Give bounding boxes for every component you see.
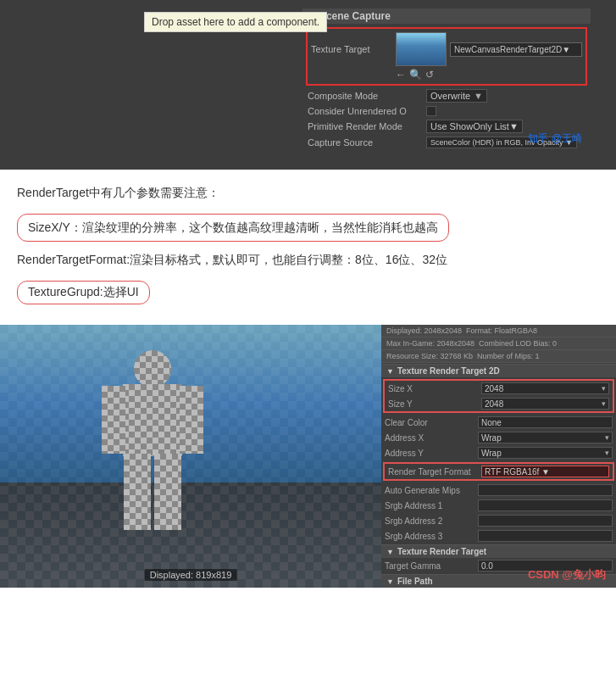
figure-torso <box>123 384 182 456</box>
info-maxingame: Max In-Game: 2048x2048 Combined LOD Bias… <box>386 339 557 348</box>
size-x-label: Size X <box>388 384 481 393</box>
srgb3-label: Srgb Address 3 <box>385 532 478 541</box>
highlight-box-2: TextureGrupd:选择UI <box>17 281 150 304</box>
props-top-bar: Displayed: 2048x2048 Format: FloatRGBA8 <box>381 325 616 337</box>
size-y-row: Size Y 2048 ▾ <box>385 396 613 411</box>
srgb-field[interactable] <box>478 499 613 511</box>
render-target-format-row: Render Target Format RTF RGBA16f ▼ <box>385 464 613 479</box>
consider-unrendered-checkbox[interactable] <box>426 106 436 116</box>
figure-arm-right <box>180 386 203 454</box>
dropdown-arrow-icon: ▼ <box>474 91 483 101</box>
figure-head <box>134 350 171 388</box>
size-y-arrow: ▾ <box>602 399 606 408</box>
primitive-render-mode-label: Primitive Render Mode <box>308 121 426 131</box>
info-resource: Resource Size: 32768 Kb Number of Mips: … <box>386 352 540 360</box>
csdn-watermark: CSDN @兔小昀 <box>528 567 606 583</box>
texture-name-field[interactable]: NewCanvasRenderTarget2D▼ <box>450 42 582 57</box>
capture-source-label: Capture Source <box>308 137 426 148</box>
size-x-row: Size X 2048 ▾ <box>385 381 613 396</box>
composite-mode-label: Composite Mode <box>308 91 426 101</box>
address-y-label: Address Y <box>385 449 478 458</box>
texture-preview <box>396 32 447 66</box>
texture-target-label: Texture Target <box>311 44 396 54</box>
auto-generate-mips-label: Auto Generate Mips <box>385 486 478 495</box>
size-y-field[interactable]: 2048 ▾ <box>481 398 609 410</box>
highlight1-text: SizeX/Y：渲染纹理的分辨率，这个数值越高纹理越清晰，当然性能消耗也越高 <box>28 220 438 234</box>
human-figure <box>102 350 203 554</box>
props-scroll-area[interactable]: Texture Render Target 2D Size X 2048 ▾ S… <box>381 363 616 588</box>
srgb-address-row: Srgb Address 1 <box>381 498 616 513</box>
auto-generate-mips-row: Auto Generate Mips <box>381 482 616 498</box>
normal-text-1: RenderTargetFormat:渲染目标格式，默认即可，也能自行调整：8位… <box>17 250 599 269</box>
texture-target-section: Texture Target NewCanvasRenderTarget2D▼ … <box>306 27 587 86</box>
zhihu-watermark: 知乎 @王崎 <box>528 131 582 146</box>
address-y-field[interactable]: Wrap ▾ <box>478 447 613 459</box>
highlight2-text: TextureGrupd:选择UI <box>28 285 139 298</box>
size-x-arrow: ▾ <box>602 384 606 393</box>
tooltip: Drop asset here to add a component. <box>144 12 327 32</box>
top-screenshot: Drop asset here to add a component. Scen… <box>0 0 616 170</box>
info-displayed: Displayed: 2048x2048 Format: FloatRGBA8 <box>386 326 537 335</box>
texture-render-target-header: Texture Render Target <box>381 545 616 558</box>
clear-color-field[interactable]: None <box>478 416 613 428</box>
size-y-label: Size Y <box>388 399 481 409</box>
texture-render-target-2d-section: Texture Render Target 2D Size X 2048 ▾ S… <box>381 364 616 544</box>
srgb3-field[interactable] <box>478 530 613 542</box>
bottom-screenshot: Displayed: 819x819 Displayed: 2048x2048 … <box>0 325 616 588</box>
consider-unrendered-row: Consider Unrendered O <box>302 104 591 118</box>
texture-render-target-2d-header: Texture Render Target 2D <box>381 365 616 377</box>
arrow-back-icon[interactable]: ← <box>396 69 406 81</box>
srgb2-label: Srgb Address 2 <box>385 516 478 526</box>
tooltip-text: Drop asset here to add a component. <box>152 16 319 28</box>
srgb2-field[interactable] <box>478 515 613 527</box>
search-icon[interactable]: 🔍 <box>409 69 422 81</box>
render-target-format-label: Render Target Format <box>388 467 481 477</box>
clear-color-row: Clear Color None <box>381 415 616 430</box>
srgb-label: Srgb Address 1 <box>385 501 478 510</box>
viewport-area: Displayed: 819x819 <box>0 325 381 588</box>
figure-arm-left <box>102 386 125 454</box>
viewport-label: Displayed: 819x819 <box>145 569 237 581</box>
consider-unrendered-label: Consider Unrendered O <box>308 106 426 116</box>
address-x-row: Address X Wrap ▾ <box>381 430 616 445</box>
render-target-format-field[interactable]: RTF RGBA16f ▼ <box>481 466 609 477</box>
props-panel: Displayed: 2048x2048 Format: FloatRGBA8 … <box>381 325 616 588</box>
clear-color-label: Clear Color <box>385 418 478 427</box>
figure-leg-right <box>154 454 181 530</box>
scene-capture-panel: Scene Capture Texture Target NewCanvasRe… <box>302 8 591 150</box>
props-top-bar-3: Resource Size: 32768 Kb Number of Mips: … <box>381 350 616 363</box>
address-y-row: Address Y Wrap ▾ <box>381 445 616 460</box>
primitive-render-mode-select[interactable]: Use ShowOnly List▼ <box>426 120 523 133</box>
srgb-address2-row: Srgb Address 2 <box>381 513 616 528</box>
address-x-field[interactable]: Wrap ▾ <box>478 432 613 443</box>
content-area: RenderTarget中有几个参数需要注意： SizeX/Y：渲染纹理的分辨率… <box>0 170 616 325</box>
props-top-bar-2: Max In-Game: 2048x2048 Combined LOD Bias… <box>381 337 616 350</box>
composite-mode-select[interactable]: Overwrite ▼ <box>426 89 487 103</box>
refresh-icon[interactable]: ↺ <box>425 69 434 81</box>
composite-mode-row: Composite Mode Overwrite ▼ <box>302 87 591 104</box>
scene-capture-header: Scene Capture <box>302 8 591 24</box>
address-x-label: Address X <box>385 433 478 443</box>
srgb-address3-row: Srgb Address 3 <box>381 528 616 544</box>
size-x-field[interactable]: 2048 ▾ <box>481 382 609 394</box>
target-gamma-label: Target Gamma <box>385 561 478 571</box>
highlight-box-1: SizeX/Y：渲染纹理的分辨率，这个数值越高纹理越清晰，当然性能消耗也越高 <box>17 214 449 241</box>
auto-generate-mips-field[interactable] <box>478 484 613 496</box>
intro-text: RenderTarget中有几个参数需要注意： <box>17 183 599 202</box>
figure-leg-left <box>124 454 151 530</box>
